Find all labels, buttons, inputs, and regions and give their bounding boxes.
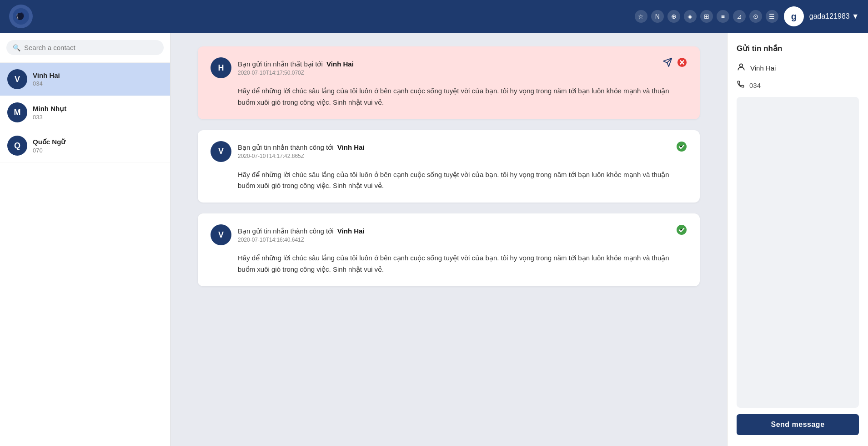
phone-icon bbox=[737, 80, 745, 91]
msg-title-success-1: Bạn gửi tin nhắn thành công tới Vinh Hai bbox=[238, 143, 365, 152]
contact-phone-vinh-hai: 034 bbox=[33, 80, 163, 87]
contact-info-minh-nhut: Minh Nhụt 033 bbox=[33, 105, 163, 121]
contact-avatar-quoc-ngu: Q bbox=[7, 136, 27, 156]
contact-phone-minh-nhut: 033 bbox=[33, 114, 163, 121]
contact-item-minh-nhut[interactable]: M Minh Nhụt 033 bbox=[0, 96, 170, 129]
contact-phone-quoc-ngu: 070 bbox=[33, 147, 163, 154]
panel-phone-row: 034 bbox=[737, 80, 859, 91]
msg-header-left-failed: H Bạn gửi tin nhắn thất bại tới Vinh Hai… bbox=[211, 57, 354, 78]
fail-icon[interactable] bbox=[677, 57, 687, 70]
right-panel: Gửi tin nhắn Vinh Hai 034 Send message bbox=[727, 33, 868, 446]
msg-body-success-2: Hãy để những lời chúc sâu lắng của tôi l… bbox=[238, 253, 687, 275]
contact-list: V Vinh Hai 034 M Minh Nhụt 033 Q Quốc Ng… bbox=[0, 63, 170, 446]
success-icon-1 bbox=[676, 141, 687, 155]
panel-contact-name: Vinh Hai bbox=[750, 64, 776, 72]
search-input-wrap[interactable]: 🔍 bbox=[6, 40, 164, 55]
topnav: ☆ N ⊕ ◈ ⊞ ≡ ⊿ ⊙ ☰ g gada121983 ▼ bbox=[0, 0, 868, 33]
msg-title-prefix-success-2: Bạn gửi tin nhắn thành công tới bbox=[238, 227, 333, 235]
search-input[interactable] bbox=[24, 44, 157, 51]
contact-item-vinh-hai[interactable]: V Vinh Hai 034 bbox=[0, 63, 170, 96]
search-icon: 🔍 bbox=[13, 44, 20, 51]
nav-icon-6[interactable]: ⊿ bbox=[733, 10, 746, 23]
contact-avatar-vinh-hai: V bbox=[7, 69, 27, 89]
msg-avatar-success-2: V bbox=[211, 224, 231, 245]
msg-body-failed: Hãy để những lời chúc sâu lắng của tôi l… bbox=[238, 86, 687, 108]
msg-meta-success-1: Bạn gửi tin nhắn thành công tới Vinh Hai… bbox=[238, 143, 365, 159]
topnav-icon-group: ☆ N ⊕ ◈ ⊞ ≡ ⊿ ⊙ ☰ bbox=[635, 10, 778, 23]
nav-icon-4[interactable]: ⊞ bbox=[700, 10, 713, 23]
msg-time-success-1: 2020-07-10T14:17:42.865Z bbox=[238, 153, 365, 159]
msg-title-failed: Bạn gửi tin nhắn thất bại tới Vinh Hai bbox=[238, 60, 354, 68]
msg-title-success-2: Bạn gửi tin nhắn thành công tới Vinh Hai bbox=[238, 227, 365, 235]
svg-point-5 bbox=[740, 64, 743, 67]
star-icon[interactable]: ☆ bbox=[635, 10, 647, 23]
contact-name-quoc-ngu: Quốc Ngữ bbox=[33, 138, 163, 146]
search-bar: 🔍 bbox=[0, 33, 170, 63]
contact-info-quoc-ngu: Quốc Ngữ 070 bbox=[33, 138, 163, 154]
nav-icon-7[interactable]: ⊙ bbox=[749, 10, 762, 23]
msg-avatar-success-1: V bbox=[211, 141, 231, 162]
content-area: H Bạn gửi tin nhắn thất bại tới Vinh Hai… bbox=[171, 33, 727, 446]
main-layout: 🔍 V Vinh Hai 034 M Minh Nhụt 033 Q bbox=[0, 33, 868, 446]
msg-meta-success-2: Bạn gửi tin nhắn thành công tới Vinh Hai… bbox=[238, 227, 365, 243]
contact-name-vinh-hai: Vinh Hai bbox=[33, 71, 163, 79]
msg-recipient-success-1: Vinh Hai bbox=[337, 143, 365, 151]
topnav-right: ☆ N ⊕ ◈ ⊞ ≡ ⊿ ⊙ ☰ g gada121983 ▼ bbox=[635, 6, 859, 26]
logo-image bbox=[9, 5, 33, 28]
msg-meta-failed: Bạn gửi tin nhắn thất bại tới Vinh Hai 2… bbox=[238, 60, 354, 76]
msg-time-failed: 2020-07-10T14:17:50.070Z bbox=[238, 70, 354, 76]
panel-contact-row: Vinh Hai bbox=[737, 62, 859, 74]
person-icon bbox=[737, 62, 746, 74]
contact-item-quoc-ngu[interactable]: Q Quốc Ngữ 070 bbox=[0, 129, 170, 162]
msg-title-prefix-success-1: Bạn gửi tin nhắn thành công tới bbox=[238, 143, 333, 151]
msg-time-success-2: 2020-07-10T14:16:40.641Z bbox=[238, 237, 365, 243]
nav-icon-5[interactable]: ≡ bbox=[717, 10, 729, 23]
msg-title-prefix-failed: Bạn gửi tin nhắn thất bại tới bbox=[238, 60, 323, 68]
username-label: gada121983 ▼ bbox=[809, 12, 859, 20]
nav-icon-1[interactable]: N bbox=[651, 10, 664, 23]
nav-icon-3[interactable]: ◈ bbox=[684, 10, 697, 23]
msg-header-success-1: V Bạn gửi tin nhắn thành công tới Vinh H… bbox=[211, 141, 687, 162]
msg-icons-success-1 bbox=[676, 141, 687, 155]
msg-icons-failed bbox=[662, 57, 687, 70]
msg-header-left-success-2: V Bạn gửi tin nhắn thành công tới Vinh H… bbox=[211, 224, 365, 245]
msg-header-left-success-1: V Bạn gửi tin nhắn thành công tới Vinh H… bbox=[211, 141, 365, 162]
contact-info-vinh-hai: Vinh Hai 034 bbox=[33, 71, 163, 87]
panel-title: Gửi tin nhắn bbox=[737, 44, 859, 53]
panel-phone-number: 034 bbox=[749, 81, 761, 89]
send-icon-failed[interactable] bbox=[662, 57, 672, 70]
msg-recipient-success-2: Vinh Hai bbox=[337, 227, 365, 235]
sidebar: 🔍 V Vinh Hai 034 M Minh Nhụt 033 Q bbox=[0, 33, 171, 446]
contact-name-minh-nhut: Minh Nhụt bbox=[33, 105, 163, 113]
logo[interactable] bbox=[9, 5, 33, 28]
nav-icon-2[interactable]: ⊕ bbox=[667, 10, 680, 23]
send-message-button[interactable]: Send message bbox=[737, 414, 859, 435]
msg-body-success-1: Hãy để những lời chúc sâu lắng của tôi l… bbox=[238, 169, 687, 192]
message-card-success-2: V Bạn gửi tin nhắn thành công tới Vinh H… bbox=[198, 213, 700, 286]
contact-avatar-minh-nhut: M bbox=[7, 102, 27, 122]
user-avatar[interactable]: g bbox=[784, 6, 804, 26]
msg-avatar-failed: H bbox=[211, 57, 231, 78]
nav-icon-8[interactable]: ☰ bbox=[766, 10, 778, 23]
message-textarea[interactable] bbox=[737, 97, 859, 408]
success-icon-2 bbox=[676, 224, 687, 238]
msg-icons-success-2 bbox=[676, 224, 687, 238]
message-card-success-1: V Bạn gửi tin nhắn thành công tới Vinh H… bbox=[198, 130, 700, 203]
msg-header-success-2: V Bạn gửi tin nhắn thành công tới Vinh H… bbox=[211, 224, 687, 245]
msg-header-failed: H Bạn gửi tin nhắn thất bại tới Vinh Hai… bbox=[211, 57, 687, 78]
msg-recipient-failed: Vinh Hai bbox=[326, 60, 354, 68]
message-card-failed: H Bạn gửi tin nhắn thất bại tới Vinh Hai… bbox=[198, 46, 700, 119]
